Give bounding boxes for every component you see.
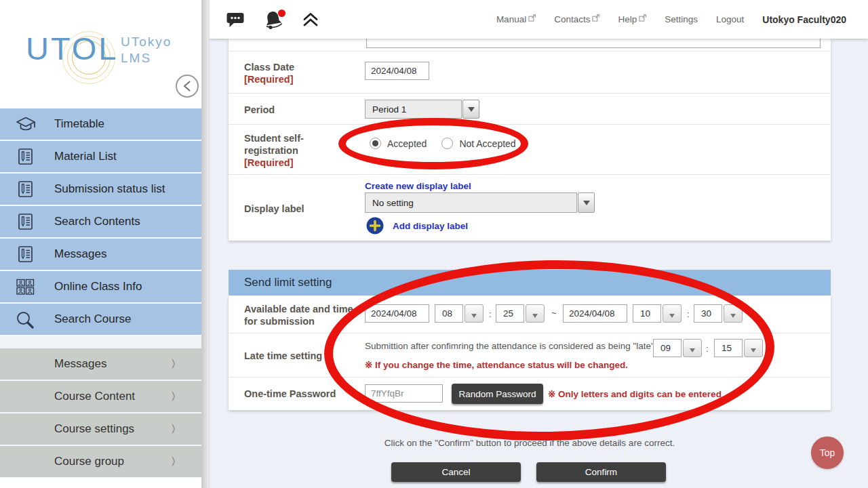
logout-link-label: Logout [716,14,744,24]
logo-subtitle-line2: LMS [121,50,172,66]
confirm-instruction: Click on the "Confirm" button to proceed… [229,438,831,448]
sidebar-item-material-list[interactable]: Material List [0,141,201,174]
sidebar-subitem-course-content[interactable]: Course Content 〉 [0,381,201,413]
not-accepted-radio[interactable] [441,138,453,149]
password-note: ※ Only letters and digits can be entered [548,388,722,399]
end-hour-value[interactable]: 10 [633,304,661,323]
class-date-input[interactable] [365,62,429,80]
spinner-arrow-icon[interactable] [663,304,682,323]
sidebar-item-label: Timetable [54,117,104,131]
display-label-select[interactable]: No setting [365,192,595,213]
display-label-label: Display label [244,203,304,215]
spinner-arrow-icon[interactable] [744,339,763,357]
late-time-note: ※ If you change the time, attendance sta… [365,359,628,370]
manual-link[interactable]: Manual [496,14,536,24]
help-link[interactable]: Help [618,14,646,24]
select-dropdown-arrow-icon[interactable] [462,100,479,119]
period-label: Period [244,104,275,116]
not-accepted-radio-label: Not Accepted [459,138,515,149]
sidebar-subitem-course-settings[interactable]: Course settings 〉 [0,413,201,446]
spinner-arrow-icon[interactable] [683,339,702,357]
late-time-desc: Submittion after confimring the attendan… [365,341,654,351]
contacts-link[interactable]: Contacts [554,14,599,24]
late-minute-spinner[interactable]: 15 [714,339,763,357]
sidebar-item-search-course[interactable]: Search Course [0,304,201,336]
start-minute-value[interactable]: 25 [496,304,524,323]
add-display-label-row[interactable]: Add display label [366,217,468,235]
random-password-button[interactable]: Random Password [452,384,543,404]
class-settings-card: Class Date [Required] Period Period 1 St… [229,39,831,241]
logout-link[interactable]: Logout [716,14,744,24]
sidebar-item-search-contents[interactable]: Search Contents [0,206,201,239]
sidebar-item-submission-status-list[interactable]: Submission status list [0,174,201,206]
search-icon [15,310,38,329]
sidebar-item-label: Messages [54,247,106,261]
end-minute-value[interactable]: 30 [694,304,722,323]
sidebar-item-label: Search Contents [54,215,140,228]
accepted-radio[interactable] [370,138,381,149]
form-row-self-registration: Student self-registration [Required] Acc… [229,125,831,175]
form-row-top [229,39,831,52]
late-hour-value[interactable]: 09 [653,339,682,357]
start-date-input[interactable] [365,304,429,323]
settings-link[interactable]: Settings [665,14,698,24]
late-hour-spinner[interactable]: 09 [653,339,702,357]
sidebar-subitem-course-group[interactable]: Course group 〉 [0,446,201,479]
clipped-top-input[interactable] [366,39,821,48]
sidebar-subitem-label: Course Content [54,390,135,403]
start-hour-spinner[interactable]: 08 [435,304,484,323]
period-select[interactable]: Period 1 [365,100,479,119]
contacts-link-label: Contacts [554,14,590,24]
page: UTOL UTokyo LMS Timetable [0,0,868,488]
external-link-icon [639,14,646,22]
sidebar-subitem-label: Course group [54,455,124,468]
sidebar-subitem-messages[interactable]: Messages 〉 [0,348,201,381]
notification-bell-icon[interactable] [262,9,288,30]
cancel-button[interactable]: Cancel [391,462,521,482]
end-hour-spinner[interactable]: 10 [633,304,682,323]
sidebar-gap [0,336,201,348]
accepted-radio-label: Accepted [387,138,427,149]
double-chevron-up-icon[interactable] [302,11,319,28]
confirm-button[interactable]: Confirm [536,462,666,482]
scroll-to-top-button[interactable]: Top [811,436,844,469]
utol-logo: UTOL [26,30,119,67]
sidebar-item-label: Online Class Info [54,280,142,293]
select-dropdown-arrow-icon[interactable] [578,192,595,213]
spinner-arrow-icon[interactable] [465,304,484,323]
spinner-arrow-icon[interactable] [724,304,743,323]
form-row-display-label: Display label Create new display label N… [229,175,831,241]
late-minute-value[interactable]: 15 [714,339,743,357]
end-date-input[interactable] [563,304,627,323]
time-colon: : [687,309,690,319]
chevron-right-icon: 〉 [171,423,181,436]
tilde-separator: ~ [551,308,557,318]
circle-left-arrow-icon[interactable] [175,74,199,98]
row-late-time: Late time setting Submittion after confi… [229,333,831,378]
graduation-cap-icon [15,115,38,134]
send-limit-card: Available date and time for submission 0… [229,296,831,410]
video-grid-icon [15,277,38,296]
class-date-label: Class Date [244,61,294,73]
create-display-label-link[interactable]: Create new display label [365,181,471,191]
clipboard-list-icon [15,180,38,199]
row-one-time-password: One-time Password Random Password ※ Only… [229,378,831,410]
one-time-password-input[interactable] [365,384,443,403]
self-registration-required: [Required] [244,157,346,169]
help-link-label: Help [618,14,637,24]
sidebar-item-label: Material List [54,150,117,163]
chat-bubble-icon[interactable] [226,11,245,28]
start-minute-spinner[interactable]: 25 [496,304,545,323]
add-display-label-link[interactable]: Add display label [393,221,468,231]
self-registration-options: Accepted Not Accepted [370,138,516,149]
sidebar-item-messages[interactable]: Messages [0,239,201,271]
sidebar-item-timetable[interactable]: Timetable [0,108,201,141]
sidebar-item-online-class-info[interactable]: Online Class Info [0,271,201,304]
start-hour-value[interactable]: 08 [435,304,463,323]
sidebar-item-label: Submission status list [54,182,165,196]
spinner-arrow-icon[interactable] [526,304,545,323]
sidebar-scrollbar[interactable] [201,0,210,488]
end-minute-spinner[interactable]: 30 [694,304,743,323]
self-registration-label: Student self-registration [244,132,346,157]
sidebar-item-label: Search Course [54,312,131,326]
